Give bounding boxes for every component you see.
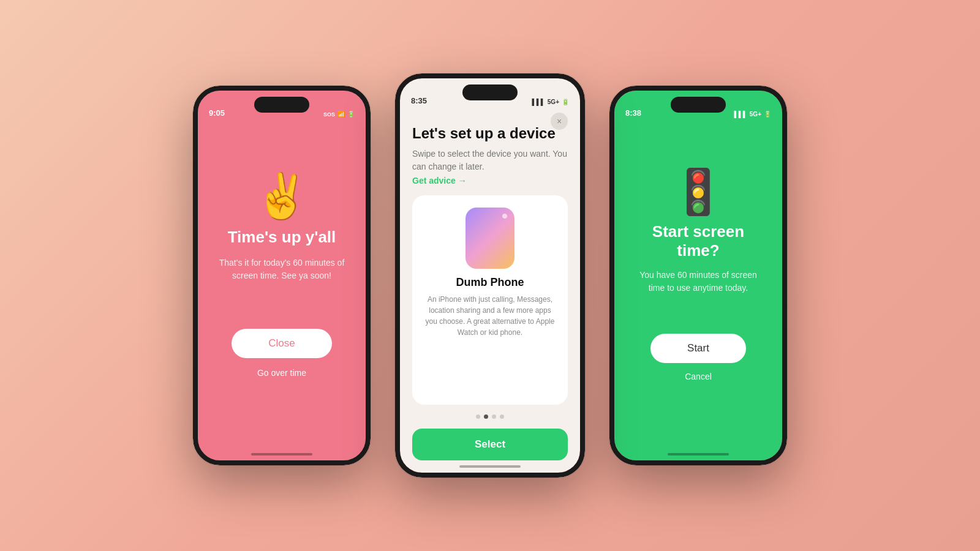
device-name: Dumb Phone (456, 276, 524, 289)
device-card: Dumb Phone An iPhone with just calling, … (412, 195, 568, 405)
network-3: 5G+ (750, 111, 761, 118)
status-icons-3: ▌▌▌ 5G+ 🔋 (734, 111, 771, 118)
dot-3[interactable] (492, 414, 496, 419)
phone-2: 8:35 ▌▌▌ 5G+ 🔋 × Let's set up a device S… (395, 73, 585, 478)
phone-1-title: Time's up y'all (228, 228, 336, 247)
carousel-dots (412, 414, 568, 419)
status-time-2: 8:35 (411, 96, 427, 105)
phone-3-title: Start screen time? (633, 222, 764, 260)
dot-4[interactable] (500, 414, 504, 419)
signal-icon-3: ▌▌▌ (734, 111, 747, 118)
select-button[interactable]: Select (412, 429, 568, 460)
get-advice-link[interactable]: Get advice → (412, 176, 568, 186)
phone-3-content: 🚦 Start screen time? You have 60 minutes… (614, 91, 782, 460)
phone-3: 8:38 ▌▌▌ 5G+ 🔋 🚦 Start screen time? You … (609, 86, 787, 465)
sos-icon: SOS (323, 111, 335, 118)
dynamic-island-1 (254, 97, 309, 113)
traffic-light-icon: 🚦 (671, 170, 726, 214)
phone-1-subtitle: That's it for today's 60 minutes of scre… (216, 257, 347, 282)
battery-3: 🔋 (764, 111, 771, 118)
phone-2-screen: 8:35 ▌▌▌ 5G+ 🔋 × Let's set up a device S… (400, 78, 580, 473)
close-button[interactable]: Close (232, 329, 331, 358)
phone-1: 9:05 SOS 📶 🔋 ✌️ Time's up y'all That's i… (193, 86, 371, 465)
device-description: An iPhone with just calling, Messages, l… (424, 294, 556, 338)
phone-dot (502, 214, 507, 219)
status-time-1: 9:05 (209, 108, 225, 118)
dot-1[interactable] (476, 414, 480, 419)
go-over-time-link[interactable]: Go over time (257, 368, 306, 378)
start-button[interactable]: Start (650, 334, 746, 363)
close-circle-button[interactable]: × (551, 113, 568, 130)
setup-title: Let's set up a device (412, 124, 568, 143)
dot-2-active[interactable] (484, 414, 488, 419)
dynamic-island-2 (462, 84, 518, 100)
status-time-3: 8:38 (625, 108, 641, 118)
status-icons-1: SOS 📶 🔋 (323, 111, 355, 118)
dynamic-island-3 (671, 97, 726, 113)
network-2: 5G+ (548, 99, 559, 105)
battery-2: 🔋 (562, 99, 569, 105)
wifi-icon: 📶 (337, 111, 345, 118)
setup-subtitle: Swipe to select the device you want. You… (412, 148, 568, 173)
dumb-phone-icon (466, 208, 514, 269)
peace-icon: ✌️ (254, 174, 309, 218)
phone-3-screen: 8:38 ▌▌▌ 5G+ 🔋 🚦 Start screen time? You … (614, 91, 782, 460)
home-indicator-3 (668, 453, 729, 455)
cancel-link[interactable]: Cancel (685, 372, 712, 381)
phone-3-subtitle: You have 60 minutes of screen time to us… (633, 269, 764, 294)
home-indicator-2 (459, 465, 521, 468)
phone-2-content: Let's set up a device Swipe to select th… (400, 109, 580, 473)
phone-1-content: ✌️ Time's up y'all That's it for today's… (198, 91, 366, 460)
signal-icon-2: ▌▌▌ (532, 99, 545, 105)
phone-1-screen: 9:05 SOS 📶 🔋 ✌️ Time's up y'all That's i… (198, 91, 366, 460)
home-indicator-1 (251, 453, 312, 455)
status-icons-2: ▌▌▌ 5G+ 🔋 (532, 99, 569, 105)
battery-1: 🔋 (347, 111, 355, 118)
